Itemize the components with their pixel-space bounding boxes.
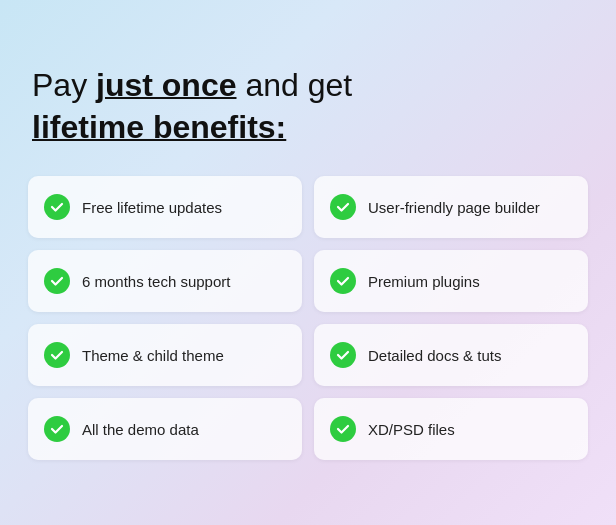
benefit-card-xd-psd: XD/PSD files [314,398,588,460]
check-icon [44,194,70,220]
benefit-card-docs-tuts: Detailed docs & tuts [314,324,588,386]
benefit-text-free-updates: Free lifetime updates [82,199,222,216]
benefit-text-premium-plugins: Premium plugins [368,273,480,290]
check-icon [330,268,356,294]
benefits-grid: Free lifetime updates User-friendly page… [28,176,588,460]
check-icon [44,342,70,368]
benefit-text-child-theme: Theme & child theme [82,347,224,364]
benefit-card-premium-plugins: Premium plugins [314,250,588,312]
benefit-text-docs-tuts: Detailed docs & tuts [368,347,501,364]
check-icon [44,416,70,442]
headline-text: Pay just once and get lifetime benefits: [32,65,588,148]
headline-line2: lifetime benefits: [32,107,588,149]
benefit-card-tech-support: 6 months tech support [28,250,302,312]
benefit-card-free-updates: Free lifetime updates [28,176,302,238]
benefit-card-child-theme: Theme & child theme [28,324,302,386]
main-container: Pay just once and get lifetime benefits:… [28,45,588,480]
benefit-text-tech-support: 6 months tech support [82,273,230,290]
check-icon [44,268,70,294]
benefit-text-xd-psd: XD/PSD files [368,421,455,438]
benefit-text-demo-data: All the demo data [82,421,199,438]
check-icon [330,342,356,368]
headline-section: Pay just once and get lifetime benefits: [28,65,588,148]
check-icon [330,194,356,220]
benefit-card-page-builder: User-friendly page builder [314,176,588,238]
benefit-card-demo-data: All the demo data [28,398,302,460]
benefit-text-page-builder: User-friendly page builder [368,199,540,216]
check-icon [330,416,356,442]
